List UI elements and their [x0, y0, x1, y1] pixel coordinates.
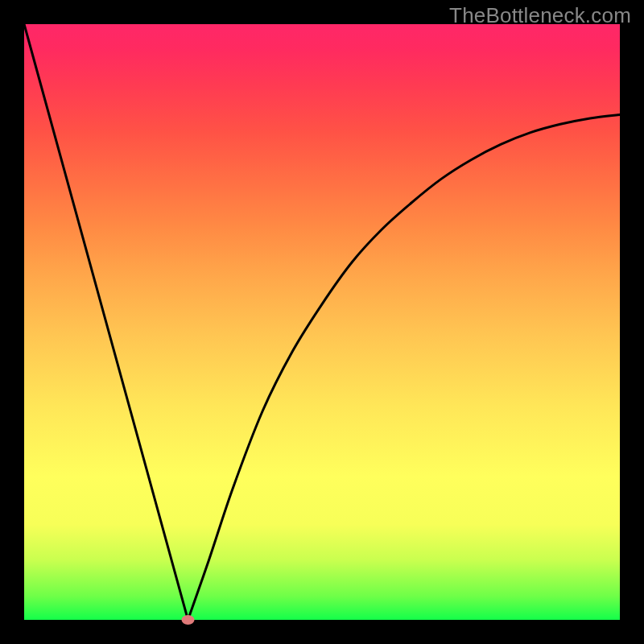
curve-layer — [24, 24, 620, 620]
plot-area — [24, 24, 620, 620]
chart-container: TheBottleneck.com — [0, 0, 644, 644]
optimum-marker — [182, 615, 195, 625]
bottleneck-curve — [24, 24, 620, 620]
